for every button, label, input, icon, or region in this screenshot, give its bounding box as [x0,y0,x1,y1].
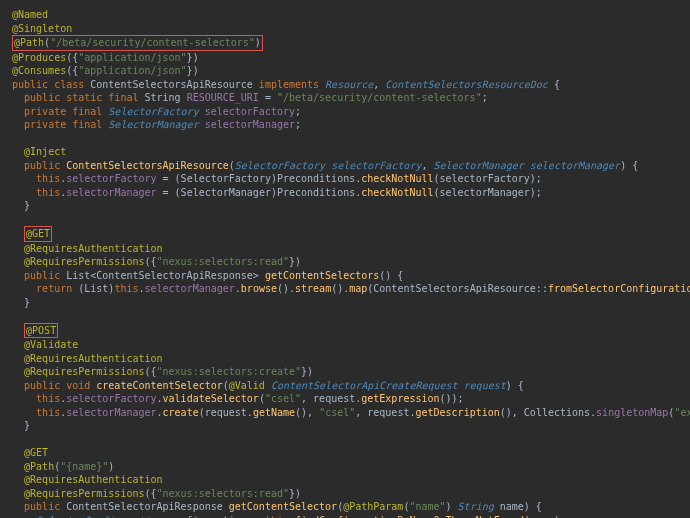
annotation-inject: @Inject [24,146,66,157]
annotation-named: @Named [12,9,48,20]
highlight-get: @GET [24,226,52,242]
annotation-produces: @Produces [12,52,66,63]
highlight-path: @Path("/beta/security/content-selectors"… [12,35,263,51]
highlight-post: @POST [24,323,58,339]
annotation-singleton: @Singleton [12,23,72,34]
code-block: @Named @Singleton @Path("/beta/security/… [12,8,678,518]
class-decl: public class [12,79,90,90]
annotation-consumes: @Consumes [12,65,66,76]
